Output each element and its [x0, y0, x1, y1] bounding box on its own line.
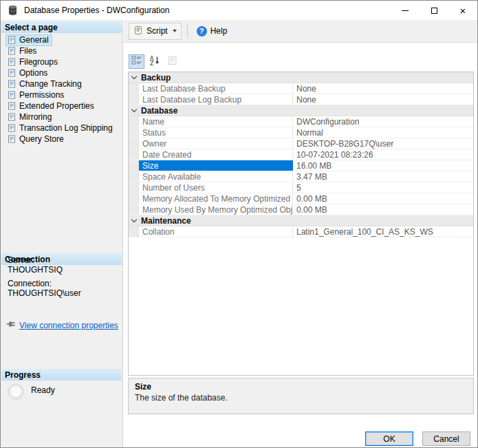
- sidebar-item-label: Filegroups: [19, 57, 58, 67]
- grid-gutter: [129, 94, 139, 105]
- property-row[interactable]: Last Database Log BackupNone: [129, 94, 473, 105]
- alphabetical-sort-button[interactable]: A Z: [146, 54, 162, 69]
- page-icon: [8, 135, 16, 143]
- page-icon: [8, 47, 16, 55]
- property-row[interactable]: OwnerDESKTOP-B28G17Q\user: [129, 138, 473, 149]
- property-row[interactable]: Date Created10-07-2021 08:23:26: [129, 149, 473, 160]
- property-value[interactable]: 0.00 MB: [293, 204, 473, 215]
- sidebar-item-transaction-log-shipping[interactable]: Transaction Log Shipping: [1, 122, 122, 134]
- sidebar-item-options[interactable]: Options: [1, 67, 122, 78]
- property-label[interactable]: Size: [139, 160, 293, 171]
- sidebar-item-label: Change Tracking: [19, 79, 82, 89]
- svg-text:Z: Z: [150, 61, 154, 66]
- grid-category-backup[interactable]: Backup: [129, 72, 473, 83]
- property-row[interactable]: Last Database BackupNone: [129, 83, 473, 94]
- ok-button[interactable]: OK: [365, 431, 413, 446]
- sidebar-item-files[interactable]: Files: [1, 45, 122, 56]
- property-row[interactable]: Memory Used By Memory Optimized Objects0…: [129, 204, 473, 215]
- property-value[interactable]: None: [293, 94, 473, 105]
- property-row[interactable]: CollationLatin1_General_100_CI_AS_KS_WS: [129, 226, 473, 237]
- sidebar-item-query-store[interactable]: Query Store: [1, 134, 122, 145]
- page-icon: [8, 113, 16, 121]
- collapse-chevron-icon: [131, 107, 137, 112]
- progress-status-row: Ready: [8, 383, 55, 400]
- sidebar-item-label: Extended Properties: [19, 101, 94, 111]
- property-description-text: The size of the database.: [135, 393, 467, 403]
- sidebar-item-label: Transaction Log Shipping: [19, 123, 113, 133]
- property-description-panel: Size The size of the database.: [128, 378, 474, 414]
- minimize-button[interactable]: [391, 1, 420, 20]
- property-value[interactable]: DESKTOP-B28G17Q\user: [293, 138, 473, 149]
- connection-properties-icon: [6, 320, 16, 330]
- script-toolbar: Script ? Help: [124, 20, 477, 43]
- help-button[interactable]: ? Help: [193, 24, 231, 39]
- property-value[interactable]: Normal: [293, 127, 473, 138]
- property-grid: BackupLast Database BackupNoneLast Datab…: [128, 72, 474, 376]
- grid-category-maintenance[interactable]: Maintenance: [129, 215, 473, 226]
- connection-value: THOUGHTSIQ\user: [8, 288, 81, 298]
- grid-gutter: [129, 182, 139, 193]
- property-value[interactable]: 0.00 MB: [293, 193, 473, 204]
- collapse-chevron-icon: [131, 74, 137, 79]
- property-label[interactable]: Name: [139, 116, 293, 127]
- sidebar-pages: GeneralFilesFilegroupsOptionsChange Trac…: [1, 34, 122, 145]
- close-icon: ×: [460, 6, 466, 16]
- property-value[interactable]: 16.00 MB: [293, 160, 473, 171]
- alphabetical-sort-icon: A Z: [149, 55, 160, 68]
- script-icon: [133, 25, 143, 37]
- database-icon: [8, 5, 18, 16]
- property-label[interactable]: Memory Used By Memory Optimized Objects: [139, 204, 293, 215]
- categorized-button[interactable]: [129, 54, 144, 69]
- property-label[interactable]: Collation: [139, 226, 293, 237]
- property-row[interactable]: Space Available3.47 MB: [129, 171, 473, 182]
- property-row[interactable]: Number of Users5: [129, 182, 473, 193]
- property-value[interactable]: 5: [293, 182, 473, 193]
- grid-gutter: [129, 83, 139, 94]
- help-icon: ?: [197, 26, 207, 36]
- sidebar-item-change-tracking[interactable]: Change Tracking: [1, 78, 122, 89]
- view-connection-properties-link[interactable]: View connection properties: [19, 321, 118, 330]
- maximize-button[interactable]: [420, 1, 448, 20]
- titlebar: Database Properties - DWConfiguration ×: [1, 1, 477, 20]
- sidebar-item-permissions[interactable]: Permissions: [1, 89, 122, 100]
- property-row[interactable]: NameDWConfiguration: [129, 116, 473, 127]
- grid-gutter: [129, 149, 139, 160]
- sidebar-item-filegroups[interactable]: Filegroups: [1, 56, 122, 67]
- categorized-icon: [131, 55, 142, 68]
- property-value[interactable]: None: [293, 83, 473, 94]
- grid-gutter: [129, 138, 139, 149]
- property-label[interactable]: Last Database Log Backup: [139, 94, 293, 105]
- page-icon: [8, 58, 16, 66]
- sidebar-item-extended-properties[interactable]: Extended Properties: [1, 100, 122, 111]
- property-value[interactable]: 10-07-2021 08:23:26: [293, 149, 473, 160]
- property-label[interactable]: Number of Users: [139, 182, 293, 193]
- property-label[interactable]: Last Database Backup: [139, 83, 293, 94]
- property-value[interactable]: DWConfiguration: [293, 116, 473, 127]
- grid-gutter: [129, 116, 139, 127]
- sidebar-item-mirroring[interactable]: Mirroring: [1, 111, 122, 122]
- sidebar-item-general[interactable]: General: [1, 34, 122, 45]
- property-label[interactable]: Memory Allocated To Memory Optimized Obj…: [139, 193, 293, 204]
- page-icon: [8, 69, 16, 77]
- property-row[interactable]: Memory Allocated To Memory Optimized Obj…: [129, 193, 473, 204]
- grid-category-database[interactable]: Database: [129, 105, 473, 116]
- property-label[interactable]: Date Created: [139, 149, 293, 160]
- property-label[interactable]: Status: [139, 127, 293, 138]
- property-label[interactable]: Space Available: [139, 171, 293, 182]
- collapse-chevron-icon: [131, 217, 137, 222]
- close-button[interactable]: ×: [448, 1, 477, 20]
- maximize-icon: [431, 8, 437, 14]
- property-value[interactable]: Latin1_General_100_CI_AS_KS_WS: [293, 226, 473, 237]
- grid-gutter: [129, 226, 139, 237]
- property-label[interactable]: Owner: [139, 138, 293, 149]
- script-button[interactable]: Script: [129, 23, 182, 40]
- property-value[interactable]: 3.47 MB: [293, 171, 473, 182]
- property-row[interactable]: Size16.00 MB: [129, 160, 473, 171]
- connection-label: Connection:: [8, 279, 52, 288]
- cancel-button[interactable]: Cancel: [422, 431, 470, 446]
- progress-status: Ready: [31, 385, 55, 395]
- property-grid-rows: BackupLast Database BackupNoneLast Datab…: [129, 72, 473, 237]
- grid-gutter: [129, 204, 139, 215]
- property-row[interactable]: StatusNormal: [129, 127, 473, 138]
- page-icon: [8, 124, 16, 132]
